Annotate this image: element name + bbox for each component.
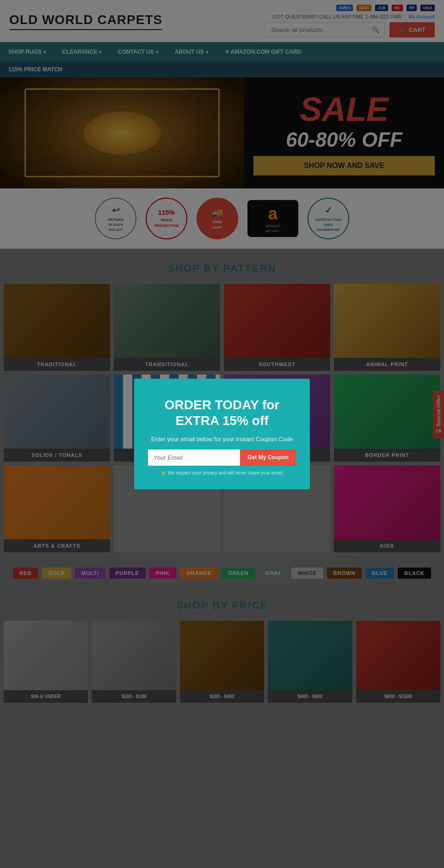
popup-form: Get My Coupon	[148, 450, 296, 466]
popup-privacy: 🔒 We respect your privacy and will never…	[148, 470, 296, 475]
popup-overlay[interactable]: ORDER TODAY for EXTRA 15% off Enter your…	[0, 0, 444, 706]
lock-icon: 🔒	[160, 470, 166, 475]
popup-subtitle: Enter your email below for your Instant …	[148, 436, 296, 443]
popup-privacy-text: We respect your privacy and will never s…	[168, 470, 284, 475]
popup-box: ORDER TODAY for EXTRA 15% off Enter your…	[134, 379, 310, 489]
popup-email-input[interactable]	[148, 450, 240, 466]
popup-submit-button[interactable]: Get My Coupon	[240, 450, 296, 466]
popup-title: ORDER TODAY for EXTRA 15% off	[148, 397, 296, 428]
